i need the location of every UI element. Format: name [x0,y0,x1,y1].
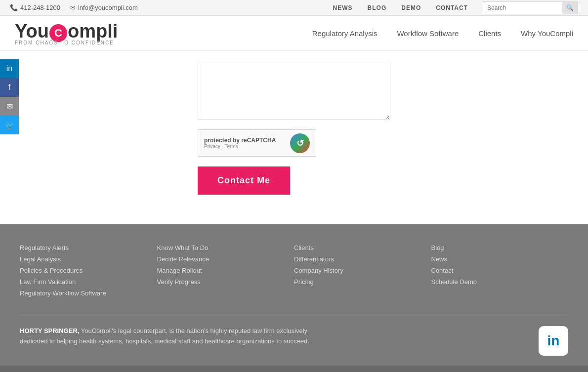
logo-wrapper: You C ompli [15,21,118,42]
footer-link-know-what[interactable]: Know What To Do [157,244,294,251]
linkedin-footer-icon: in [547,333,560,349]
footer-link-clients[interactable]: Clients [294,244,431,251]
email-icon: ✉ [6,102,13,111]
facebook-icon: f [8,83,10,92]
logo-c-circle: C [49,24,67,42]
footer-tagline-bold: HORTY SPRINGER, [20,327,79,334]
top-bar-left: 📞 412-248-1200 ✉ info@youcompli.com [10,4,138,11]
footer-col-3: Clients Differentiators Company History … [294,244,431,301]
footer-link-regulatory-workflow[interactable]: Regulatory Workflow Software [20,289,157,297]
phone-icon: 📞 [10,4,18,11]
footer-link-decide-relevance[interactable]: Decide Relevance [157,255,294,263]
nav-workflow-link[interactable]: Workflow Software [397,29,459,38]
main-content: protected by reCAPTCHA Privacy - Terms ↺… [0,51,588,224]
email-link[interactable]: ✉ info@youcompli.com [70,4,138,11]
mail-icon: ✉ [70,4,76,11]
top-bar-right: NEWS BLOG DEMO CONTACT 🔍 [333,1,578,14]
email-address: info@youcompli.com [78,4,138,11]
phone-link[interactable]: 📞 412-248-1200 [10,4,60,11]
footer-link-differentiators[interactable]: Differentiators [294,255,431,263]
contact-me-button[interactable]: Contact Me [198,166,290,195]
footer: Regulatory Alerts Legal Analysis Policie… [0,224,588,366]
nav-clients-link[interactable]: Clients [478,29,501,38]
footer-col-2: Know What To Do Decide Relevance Manage … [157,244,294,301]
recaptcha-box: protected by reCAPTCHA Privacy - Terms ↺ [198,129,316,157]
footer-link-regulatory-alerts[interactable]: Regulatory Alerts [20,244,157,251]
footer-col-1: Regulatory Alerts Legal Analysis Policie… [20,244,157,301]
logo-ompli-text: ompli [68,21,118,42]
footer-link-news[interactable]: News [431,255,569,263]
nav-blog-link[interactable]: BLOG [368,4,387,11]
recaptcha-logo: ↺ [290,133,310,153]
logo-area: You C ompli FROM CHAOS TO CONFIDENCE [15,21,118,45]
footer-link-legal-analysis[interactable]: Legal Analysis [20,255,157,263]
footer-link-company-history[interactable]: Company History [294,267,431,274]
nav-contact-link[interactable]: CONTACT [436,4,468,11]
footer-link-law-firm[interactable]: Law Firm Validation [20,278,157,286]
footer-columns: Regulatory Alerts Legal Analysis Policie… [20,244,568,301]
nav-news-link[interactable]: NEWS [333,4,353,11]
footer-link-verify-progress[interactable]: Verify Progress [157,278,294,286]
recaptcha-text: protected by reCAPTCHA [204,137,285,144]
footer-bottom-section: HORTY SPRINGER, YouCompli's legal counte… [20,316,568,366]
main-nav-links: Regulatory Analysis Workflow Software Cl… [312,29,573,38]
message-textarea[interactable] [198,61,390,120]
recaptcha-subtext: Privacy - Terms [204,144,285,149]
linkedin-icon: in [6,64,12,73]
top-bar: 📞 412-248-1200 ✉ info@youcompli.com NEWS… [0,0,588,16]
twitter-icon: 🐦 [4,121,14,130]
nav-why-link[interactable]: Why YouCompli [521,29,573,38]
main-nav: You C ompli FROM CHAOS TO CONFIDENCE Reg… [0,16,588,51]
social-sidebar: in f ✉ 🐦 [0,59,19,134]
logo-tagline: FROM CHAOS TO CONFIDENCE [15,40,118,45]
footer-col-4: Blog News Contact Schedule Demo [431,244,569,301]
footer-copyright: © 2022 YouCompli. All rights reserved. |… [0,366,588,372]
footer-link-schedule-demo[interactable]: Schedule Demo [431,278,569,286]
footer-linkedin-button[interactable]: in [539,326,568,356]
nav-regulatory-link[interactable]: Regulatory Analysis [312,29,378,38]
nav-demo-link[interactable]: DEMO [401,4,421,11]
footer-link-pricing[interactable]: Pricing [294,278,431,286]
footer-link-manage-rollout[interactable]: Manage Rollout [157,267,294,274]
search-button[interactable]: 🔍 [562,2,578,14]
phone-number: 412-248-1200 [20,4,60,11]
logo-you-text: You [15,21,49,42]
footer-link-policies[interactable]: Policies & Procedures [20,267,157,274]
search-input[interactable] [483,2,562,14]
footer-tagline: HORTY SPRINGER, YouCompli's legal counte… [20,326,336,347]
email-social-button[interactable]: ✉ [0,97,19,116]
linkedin-social-button[interactable]: in [0,59,19,78]
footer-link-contact[interactable]: Contact [431,267,569,274]
facebook-social-button[interactable]: f [0,78,19,97]
footer-link-blog[interactable]: Blog [431,244,569,251]
search-box[interactable]: 🔍 [483,1,578,14]
twitter-social-button[interactable]: 🐦 [0,116,19,134]
